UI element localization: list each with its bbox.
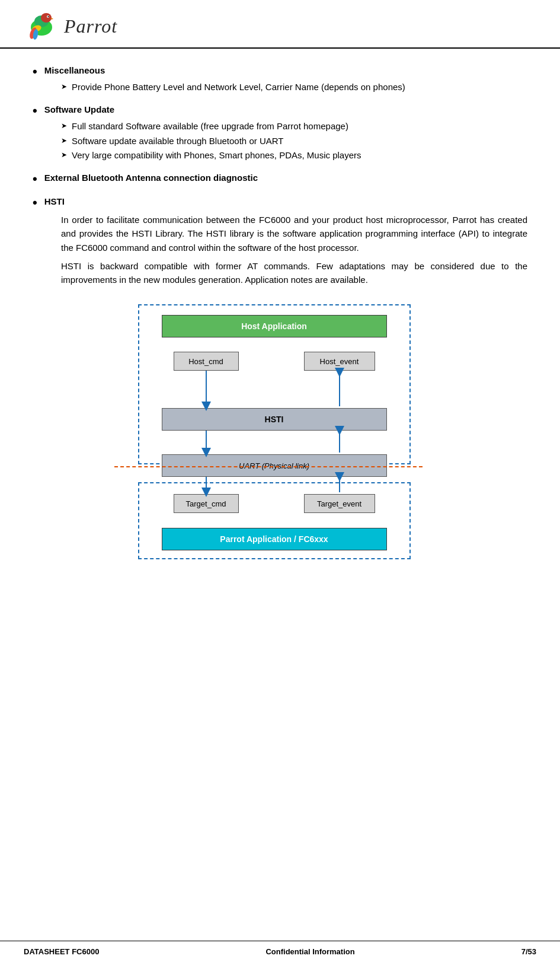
host-event-box: Host_event [304, 352, 375, 371]
host-event-label: Host_event [320, 357, 359, 366]
bullet-dot: • [33, 196, 37, 209]
sub-list-software-update: Full standard Software available (free u… [61, 120, 527, 162]
target-event-box: Target_event [304, 494, 375, 513]
logo-text: Parrot [64, 15, 117, 37]
bullet-dot: • [33, 65, 37, 78]
footer-center: Confidential Information [265, 947, 354, 956]
list-item-text: Full standard Software available (free u… [72, 120, 348, 133]
diagram-container: Host Application Host_cmd Host_event HST… [33, 304, 527, 559]
bullet-label-miscellaneous: Miscellaneous [44, 65, 105, 75]
host-cmd-label: Host_cmd [188, 357, 223, 366]
host-application-label: Host Application [241, 321, 307, 331]
logo-area: Parrot [24, 11, 117, 42]
host-cmd-box: Host_cmd [174, 352, 239, 371]
bullet-title-software-update: • Software Update [33, 104, 527, 117]
bullet-hsti: • HSTI In order to facilitate communicat… [33, 196, 527, 286]
footer-right: 7/53 [521, 947, 536, 956]
list-item: Provide Phone Battery Level and Network … [61, 81, 527, 94]
target-event-label: Target_event [317, 499, 361, 508]
bullet-label-hsti: HSTI [44, 196, 65, 206]
list-item: Full standard Software available (free u… [61, 120, 527, 133]
bullet-dot: • [33, 104, 37, 117]
svg-point-2 [41, 13, 52, 23]
diagram: Host Application Host_cmd Host_event HST… [126, 304, 434, 559]
uart-dashed-line [114, 466, 423, 467]
parrot-application-label: Parrot Application / FC6xxx [220, 534, 328, 544]
target-cmd-label: Target_cmd [186, 499, 226, 508]
main-content: • Miscellaneous Provide Phone Battery Le… [0, 49, 560, 941]
list-item: Very large compatibility with Phones, Sm… [61, 149, 527, 162]
parrot-application-box: Parrot Application / FC6xxx [162, 528, 387, 550]
hsti-para-2: HSTI is backward compatible with former … [61, 259, 527, 287]
bullet-title-hsti: • HSTI [33, 196, 527, 209]
bullet-title-miscellaneous: • Miscellaneous [33, 65, 527, 78]
list-item-text: Software update available through Blueto… [72, 135, 283, 148]
target-cmd-box: Target_cmd [174, 494, 239, 513]
host-application-box: Host Application [162, 315, 387, 337]
svg-marker-5 [51, 17, 53, 20]
bullet-title-external-bt: • External Bluetooth Antenna connection … [33, 173, 527, 186]
hsti-body: In order to facilitate communication bet… [61, 213, 527, 286]
bullet-dot: • [33, 173, 37, 186]
footer-left: DATASHEET FC6000 [24, 947, 99, 956]
list-item-text: Provide Phone Battery Level and Network … [72, 81, 405, 94]
page: Parrot • Miscellaneous Provide Phone Bat… [0, 0, 560, 962]
bullet-label-external-bt: External Bluetooth Antenna connection di… [44, 173, 258, 183]
uart-box: UART (Physical link) [162, 454, 387, 477]
header: Parrot [0, 0, 560, 49]
hsti-box: HSTI [162, 408, 387, 431]
parrot-logo-icon [24, 11, 59, 42]
bullet-miscellaneous: • Miscellaneous Provide Phone Battery Le… [33, 65, 527, 94]
uart-label: UART (Physical link) [239, 461, 309, 470]
bullet-external-bt: • External Bluetooth Antenna connection … [33, 173, 527, 186]
bullet-software-update: • Software Update Full standard Software… [33, 104, 527, 162]
hsti-label: HSTI [265, 415, 284, 424]
footer: DATASHEET FC6000 Confidential Informatio… [0, 941, 560, 962]
list-item: Software update available through Blueto… [61, 135, 527, 148]
list-item-text: Very large compatibility with Phones, Sm… [72, 149, 361, 162]
sub-list-miscellaneous: Provide Phone Battery Level and Network … [61, 81, 527, 94]
bullet-label-software-update: Software Update [44, 104, 114, 114]
hsti-para-1: In order to facilitate communication bet… [61, 213, 527, 254]
svg-point-4 [48, 16, 49, 17]
